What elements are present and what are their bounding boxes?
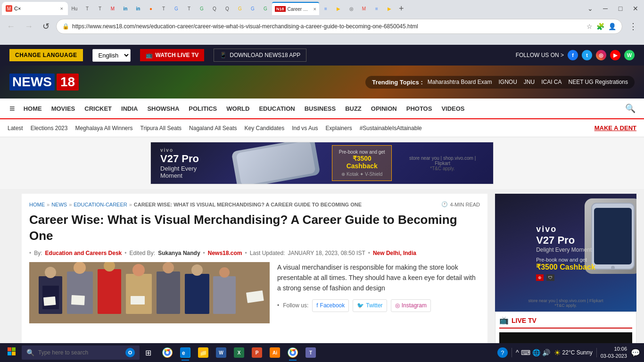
watch-live-btn[interactable]: 📺 WATCH LIVE TV — [140, 49, 205, 61]
breadcrumb-education[interactable]: EDUCATION-CAREER — [74, 202, 127, 207]
facebook-article-btn[interactable]: f Facebook — [312, 299, 349, 312]
twitter-article-btn[interactable]: 🐦 Twitter — [353, 299, 387, 312]
tab-inactive[interactable]: G — [259, 2, 272, 15]
youtube-follow-btn[interactable]: ▶ — [610, 50, 620, 60]
subnav-ind-aus[interactable]: Ind vs Aus — [292, 121, 318, 135]
settings-btn[interactable]: ⋮ — [626, 20, 640, 33]
subnav-tripura[interactable]: Tripura All Seats — [140, 121, 182, 135]
site-logo[interactable]: NEWS 18 — [9, 74, 79, 90]
taskbar-ppt-btn[interactable]: P — [248, 344, 265, 361]
trending-item-3[interactable]: JNU — [524, 79, 535, 85]
tab-inactive[interactable]: G — [196, 2, 208, 15]
back-btn[interactable]: ← — [4, 21, 18, 33]
taskbar-excel-btn[interactable]: X — [231, 344, 248, 361]
tab-inactive[interactable]: Hu — [68, 2, 81, 15]
taskbar-ai-btn[interactable]: Ai — [266, 344, 283, 361]
tab-inactive[interactable]: ≡ — [320, 2, 332, 15]
volume-icon[interactable]: 🔊 — [542, 349, 550, 356]
close-btn[interactable]: ✕ — [629, 2, 642, 15]
taskbar-edge-btn[interactable]: e — [177, 344, 194, 361]
cortana-icon[interactable] — [125, 348, 135, 357]
taskbar-search-bar[interactable]: 🔍 — [22, 346, 140, 360]
tab-inactive[interactable]: ● — [145, 2, 157, 15]
refresh-btn[interactable]: ↺ — [40, 20, 52, 33]
tab-inactive[interactable]: M — [358, 2, 370, 15]
sidebar-vivo-ad[interactable]: vivo V27 Pro Delight Every Moment Pre-bo… — [495, 194, 636, 312]
subnav-latest[interactable]: Latest — [8, 121, 23, 135]
taskbar-teams-btn[interactable]: T — [302, 344, 319, 361]
author-link[interactable]: Education and Careers Desk — [45, 250, 122, 256]
tab-inactive[interactable]: ≡ — [371, 2, 383, 15]
trending-item-4[interactable]: ICAI CA — [541, 79, 561, 85]
weather-widget[interactable]: ☀ 22°C Sunny — [554, 348, 593, 357]
vivo-ad-banner[interactable]: vivo V27 Pro Delight Every Moment Pre-bo… — [150, 142, 494, 184]
subnav-explainers[interactable]: Explainers — [326, 121, 352, 135]
active-tab[interactable]: M C× × — [2, 2, 68, 15]
trending-item-1[interactable]: Maharashtra Board Exam — [428, 79, 492, 85]
tab-inactive[interactable]: G — [247, 2, 259, 15]
bookmark-icon[interactable]: ☆ — [586, 23, 593, 30]
tab-overflow-btn[interactable]: ⌄ — [584, 2, 597, 15]
tab-inactive[interactable]: T — [157, 2, 170, 15]
tab-inactive[interactable]: in — [119, 2, 132, 15]
taskbar-search-input[interactable] — [38, 349, 122, 356]
help-btn[interactable]: ? — [497, 347, 508, 358]
new-tab-btn[interactable]: + — [396, 4, 407, 14]
instagram-article-btn[interactable]: ◎ Instagram — [391, 299, 431, 312]
hamburger-menu-btn[interactable]: ≡ — [5, 103, 20, 114]
nav-movies[interactable]: MOVIES — [48, 99, 79, 118]
instagram-follow-btn[interactable]: ◎ — [596, 50, 606, 60]
tab-inactive[interactable]: ◎ — [345, 2, 357, 15]
language-select[interactable]: English — [92, 49, 131, 62]
subnav-candidates[interactable]: Key Candidates — [245, 121, 285, 135]
whatsapp-follow-btn[interactable]: W — [624, 50, 635, 60]
nav-opinion[interactable]: OPINION — [367, 99, 401, 118]
address-bar[interactable]: 🔒 https://www.news18.com/news/education-… — [56, 19, 622, 34]
tab-inactive[interactable]: Q — [208, 2, 221, 15]
facebook-follow-btn[interactable]: f — [568, 50, 578, 60]
ad-banner-top[interactable]: vivo V27 Pro Delight Every Moment Pre-bo… — [0, 137, 644, 189]
subnav-nagaland[interactable]: Nagaland All Seats — [189, 121, 237, 135]
tab-close-btn[interactable]: × — [59, 5, 64, 12]
tab-inactive[interactable]: Q — [221, 2, 233, 15]
breadcrumb-home[interactable]: HOME — [29, 202, 45, 207]
taskbar-word-btn[interactable]: W — [213, 344, 230, 361]
subnav-make-a-dent[interactable]: MAKE A DENT — [594, 121, 636, 135]
change-language-btn[interactable]: CHANGE LANGUAGE — [9, 49, 83, 61]
nav-photos[interactable]: PHOTOS — [403, 99, 436, 118]
twitter-follow-btn[interactable]: t — [582, 50, 592, 60]
article-location[interactable]: New Delhi, India — [373, 250, 416, 256]
download-app-btn[interactable]: 📱 DOWNLOAD NEWS18 APP — [214, 49, 306, 62]
taskbar-explorer-btn[interactable]: 📁 — [195, 344, 212, 361]
tab-inactive[interactable]: M — [107, 2, 119, 15]
nav-home[interactable]: HOME — [20, 99, 46, 118]
tab-inactive[interactable]: G — [170, 2, 182, 15]
subnav-elections[interactable]: Elections 2023 — [31, 121, 68, 135]
trending-item-5[interactable]: NEET UG Registrations — [569, 79, 628, 85]
taskbar-chrome-btn[interactable] — [159, 344, 176, 361]
nav-world[interactable]: WORLD — [223, 99, 253, 118]
tab-inactive[interactable]: T — [183, 2, 195, 15]
nav-videos[interactable]: VIDEOS — [438, 99, 468, 118]
tab-inactive[interactable]: T — [81, 2, 93, 15]
tab-inactive[interactable]: G — [234, 2, 246, 15]
forward-btn[interactable]: → — [22, 21, 36, 33]
notification-btn[interactable]: 💬 — [631, 348, 640, 357]
source-link[interactable]: News18.com — [208, 250, 242, 256]
show-hidden-icons-btn[interactable]: ^ — [516, 349, 519, 356]
network-icon[interactable]: 🌐 — [532, 349, 540, 356]
nav-education[interactable]: EDUCATION — [255, 99, 298, 118]
task-view-btn[interactable]: ⊞ — [141, 346, 155, 359]
profile-icon[interactable]: 👤 — [608, 23, 616, 30]
tab-inactive[interactable]: ▶ — [332, 2, 345, 15]
nav-politics[interactable]: POLITICS — [185, 99, 221, 118]
maximize-btn[interactable]: □ — [614, 2, 627, 15]
subnav-sustainable[interactable]: #SustainableIsAttainable — [360, 121, 422, 135]
nav-business[interactable]: BUSINESS — [301, 99, 339, 118]
search-btn[interactable]: 🔍 — [621, 99, 639, 117]
start-button[interactable] — [4, 346, 20, 360]
nav-buzz[interactable]: BUZZ — [341, 99, 365, 118]
extension-icon[interactable]: 🧩 — [596, 23, 604, 30]
tab-inactive[interactable]: T — [94, 2, 106, 15]
system-clock[interactable]: 10:06 03-03-2023 — [601, 346, 627, 360]
